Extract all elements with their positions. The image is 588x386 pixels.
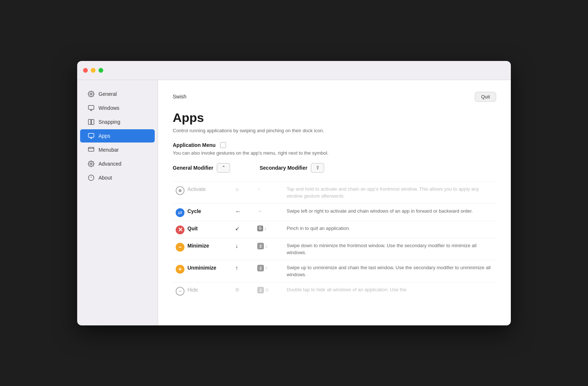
gesture-name-cycle: Cycle: [187, 208, 235, 214]
gesture-row-cycle: ⇄ Cycle ← → Swipe left or right to activ…: [173, 203, 496, 221]
windows-icon: [87, 104, 95, 112]
general-modifier-key[interactable]: ⌃: [217, 163, 230, 173]
sidebar: General Windows Snapping: [77, 80, 158, 325]
gesture-primary-minimize: ↓: [235, 242, 257, 249]
app-window: General Windows Snapping: [77, 61, 511, 325]
svg-point-0: [90, 93, 92, 95]
gesture-icon-quit: ✕: [173, 225, 187, 234]
maximize-button[interactable]: [98, 68, 103, 73]
sidebar-item-snapping[interactable]: Snapping: [80, 115, 155, 129]
svg-rect-4: [89, 133, 94, 137]
gesture-row-hide: − Hide ⊙ 2 ⊙ Double tap to hide all wind…: [173, 282, 496, 299]
content-area: Swish Quit Apps Control running applicat…: [158, 80, 511, 325]
application-menu-label: Application Menu: [173, 142, 216, 148]
gesture-secondary-hide: 2 ⊙: [257, 286, 287, 293]
sidebar-item-label: About: [98, 175, 112, 181]
gesture-primary-hide: ⊙: [235, 286, 257, 292]
svg-rect-5: [89, 147, 94, 151]
badge-2-hide: 2: [257, 287, 264, 293]
gesture-name-activate: Activate: [187, 185, 235, 192]
secondary-modifier-label: Secondary Modifier: [259, 165, 307, 171]
secondary-modifier-key[interactable]: ⇧: [311, 163, 324, 173]
gesture-row-minimize: − Minimize ↓ 2 ↓ Swipe down to minimize …: [173, 238, 496, 260]
gesture-primary-cycle: ←: [235, 208, 257, 215]
content-header: Swish Quit: [173, 92, 496, 102]
general-modifier-label: General Modifier: [173, 165, 213, 171]
gesture-primary-activate: ○: [235, 185, 257, 193]
advanced-icon: [87, 160, 95, 167]
gesture-desc-hide: Double tap to hide all windows of an app…: [287, 286, 496, 293]
badge-g: G: [257, 226, 263, 231]
gesture-secondary-unminimize: 2 ↑: [257, 264, 287, 271]
close-button[interactable]: [83, 68, 88, 73]
gesture-name-hide: Hide: [187, 286, 235, 293]
svg-point-7: [90, 163, 92, 165]
traffic-lights: [83, 68, 103, 73]
gesture-icon-activate: [173, 185, 187, 195]
application-menu-row: Application Menu: [173, 142, 496, 148]
gesture-secondary-activate: ○: [257, 185, 287, 192]
gesture-icon-unminimize: +: [173, 264, 187, 274]
badge-2-min: 2: [257, 243, 264, 249]
sidebar-item-label: General: [98, 91, 117, 97]
info-icon: [87, 174, 95, 181]
gesture-desc-activate: Tap and hold to activate and chain an ap…: [287, 185, 496, 200]
gesture-desc-minimize: Swipe down to minimize the frontmost win…: [287, 242, 496, 256]
app-title: Swish: [173, 94, 186, 100]
gesture-primary-quit: ↙: [235, 225, 257, 231]
gesture-icon-hide: −: [173, 286, 187, 296]
gesture-desc-unminimize: Swipe up to unminimize and chain the las…: [287, 264, 496, 278]
svg-rect-1: [89, 105, 94, 109]
modifiers-row: General Modifier ⌃ Secondary Modifier ⇧: [173, 163, 496, 176]
gesture-row-quit: ✕ Quit ↙ G ↓ Pinch in to quit an applica…: [173, 221, 496, 238]
menubar-icon: [87, 146, 95, 154]
general-modifier-group: General Modifier ⌃: [173, 163, 230, 173]
sidebar-item-menubar[interactable]: Menubar: [80, 143, 155, 156]
secondary-modifier-group: Secondary Modifier ⇧: [259, 163, 324, 173]
gear-icon: [87, 90, 95, 98]
sidebar-item-label: Apps: [98, 133, 110, 139]
minimize-button[interactable]: [91, 68, 96, 73]
sidebar-item-label: Advanced: [98, 161, 121, 167]
gesture-name-unminimize: Unminimize: [187, 264, 235, 271]
gesture-icon-cycle: ⇄: [173, 208, 187, 217]
quit-button[interactable]: Quit: [475, 92, 496, 102]
page-subtitle: Control running applications by swiping …: [173, 128, 496, 133]
gesture-secondary-minimize: 2 ↓: [257, 242, 287, 249]
titlebar: [77, 61, 511, 80]
sidebar-item-general[interactable]: General: [80, 87, 155, 101]
sidebar-item-windows[interactable]: Windows: [80, 101, 155, 115]
apps-icon: [87, 132, 95, 140]
sidebar-item-label: Windows: [98, 105, 119, 111]
svg-rect-3: [92, 119, 94, 125]
sidebar-item-label: Menubar: [98, 147, 119, 153]
badge-2-unmin: 2: [257, 265, 264, 271]
main-body: General Windows Snapping: [77, 80, 511, 325]
sidebar-item-advanced[interactable]: Advanced: [80, 157, 155, 170]
sidebar-item-about[interactable]: About: [80, 171, 155, 184]
sidebar-item-label: Snapping: [98, 119, 120, 125]
svg-rect-2: [89, 119, 91, 125]
gesture-primary-unminimize: ↑: [235, 264, 257, 271]
gesture-name-minimize: Minimize: [187, 242, 235, 249]
gesture-icon-minimize: −: [173, 242, 187, 252]
gesture-row-unminimize: + Unminimize ↑ 2 ↑ Swipe up to unminimiz…: [173, 260, 496, 282]
gesture-name-quit: Quit: [187, 225, 235, 231]
snapping-icon: [87, 118, 95, 126]
application-menu-desc: You can also invoke gestures on the app'…: [173, 150, 496, 156]
page-title: Apps: [173, 111, 496, 125]
application-menu-checkbox[interactable]: [220, 142, 226, 148]
gestures-list: Activate ○ ○ Tap and hold to activate an…: [173, 181, 496, 299]
gesture-desc-quit: Pinch in to quit an application.: [287, 225, 496, 232]
sidebar-item-apps[interactable]: Apps: [80, 129, 155, 143]
gesture-row-activate: Activate ○ ○ Tap and hold to activate an…: [173, 181, 496, 203]
gesture-desc-cycle: Swipe left or right to activate and chai…: [287, 208, 496, 215]
gesture-secondary-quit: G ↓: [257, 225, 287, 231]
gesture-secondary-cycle: →: [257, 208, 287, 214]
